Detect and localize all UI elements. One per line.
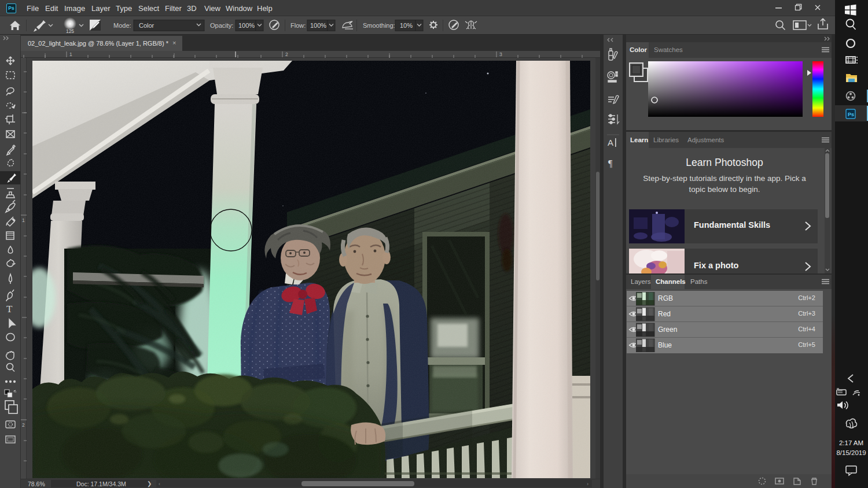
svg-text:T: T: [6, 304, 13, 315]
svg-text:1: 1: [22, 217, 25, 223]
svg-text:10%: 10%: [400, 22, 413, 29]
svg-text:Smoothing:: Smoothing:: [363, 22, 395, 29]
svg-text:2: 2: [285, 51, 288, 57]
svg-text:100%: 100%: [238, 22, 255, 29]
svg-text:100%: 100%: [310, 22, 326, 29]
svg-text:3: 3: [499, 51, 502, 57]
svg-text:8/15/2019: 8/15/2019: [836, 449, 866, 456]
svg-text:¶: ¶: [608, 158, 613, 168]
svg-text:Mode:: Mode:: [113, 22, 131, 29]
svg-text:Opacity:: Opacity:: [210, 22, 233, 29]
svg-text:2:17 AM: 2:17 AM: [839, 439, 863, 446]
svg-text:Ps: Ps: [848, 112, 854, 117]
svg-text:Color: Color: [139, 22, 155, 29]
svg-text:2: 2: [22, 422, 25, 428]
svg-text:Flow:: Flow:: [290, 22, 306, 29]
svg-text:125: 125: [66, 28, 74, 34]
svg-text:1: 1: [69, 51, 72, 57]
svg-text:A: A: [608, 138, 613, 147]
